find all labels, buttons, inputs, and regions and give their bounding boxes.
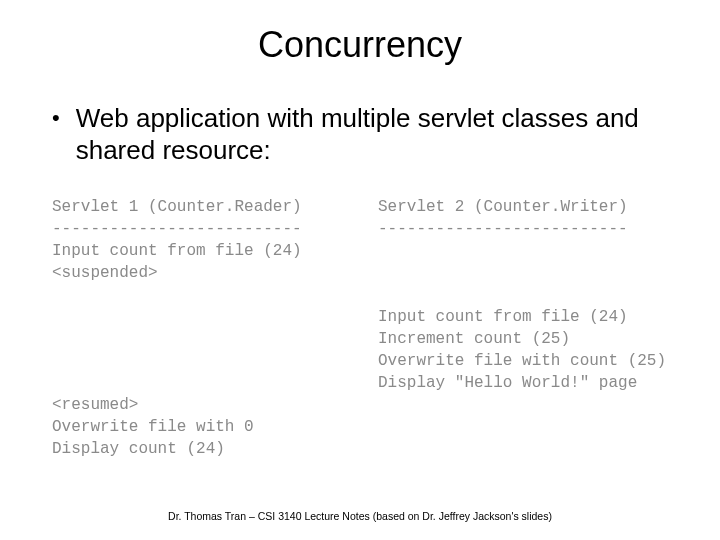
slide-title: Concurrency	[0, 24, 720, 66]
bullet-text: Web application with multiple servlet cl…	[76, 102, 660, 166]
code-columns: Servlet 1 (Counter.Reader) -------------…	[0, 196, 720, 460]
servlet-1-column: Servlet 1 (Counter.Reader) -------------…	[52, 196, 354, 460]
servlet-2-column: Servlet 2 (Counter.Writer) -------------…	[378, 196, 680, 460]
bullet-dot: •	[52, 102, 60, 134]
footer-credit: Dr. Thomas Tran – CSI 3140 Lecture Notes…	[0, 510, 720, 522]
bullet-item: • Web application with multiple servlet …	[0, 102, 720, 166]
